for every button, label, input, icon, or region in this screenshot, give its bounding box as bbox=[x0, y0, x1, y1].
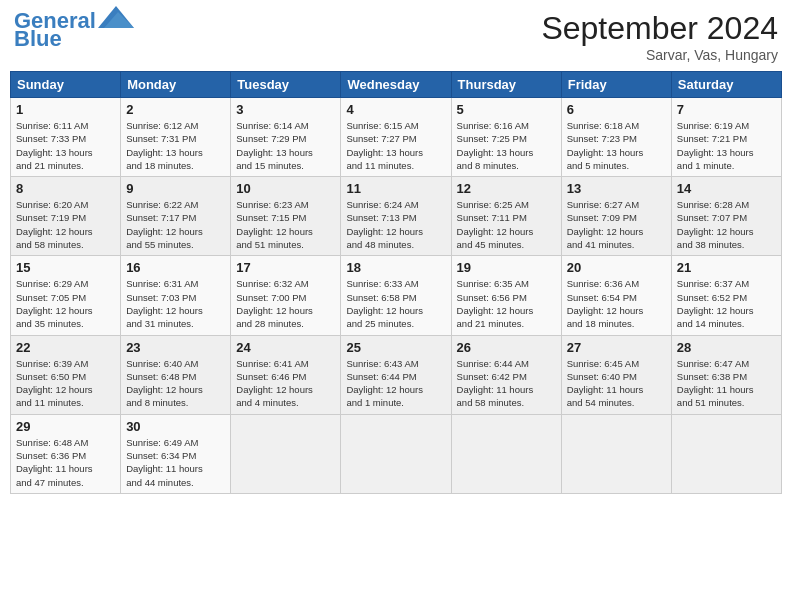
day-number: 6 bbox=[567, 102, 666, 117]
day-number: 28 bbox=[677, 340, 776, 355]
day-number: 25 bbox=[346, 340, 445, 355]
table-row: 13Sunrise: 6:27 AM Sunset: 7:09 PM Dayli… bbox=[561, 177, 671, 256]
day-number: 14 bbox=[677, 181, 776, 196]
location: Sarvar, Vas, Hungary bbox=[541, 47, 778, 63]
day-number: 1 bbox=[16, 102, 115, 117]
day-info: Sunrise: 6:44 AM Sunset: 6:42 PM Dayligh… bbox=[457, 357, 556, 410]
day-info: Sunrise: 6:14 AM Sunset: 7:29 PM Dayligh… bbox=[236, 119, 335, 172]
table-row: 9Sunrise: 6:22 AM Sunset: 7:17 PM Daylig… bbox=[121, 177, 231, 256]
day-number: 16 bbox=[126, 260, 225, 275]
table-row: 14Sunrise: 6:28 AM Sunset: 7:07 PM Dayli… bbox=[671, 177, 781, 256]
col-monday: Monday bbox=[121, 72, 231, 98]
day-number: 3 bbox=[236, 102, 335, 117]
table-row: 2Sunrise: 6:12 AM Sunset: 7:31 PM Daylig… bbox=[121, 98, 231, 177]
day-number: 18 bbox=[346, 260, 445, 275]
day-info: Sunrise: 6:37 AM Sunset: 6:52 PM Dayligh… bbox=[677, 277, 776, 330]
table-row: 3Sunrise: 6:14 AM Sunset: 7:29 PM Daylig… bbox=[231, 98, 341, 177]
table-row: 25Sunrise: 6:43 AM Sunset: 6:44 PM Dayli… bbox=[341, 335, 451, 414]
table-row: 15Sunrise: 6:29 AM Sunset: 7:05 PM Dayli… bbox=[11, 256, 121, 335]
day-info: Sunrise: 6:33 AM Sunset: 6:58 PM Dayligh… bbox=[346, 277, 445, 330]
calendar-week-row: 8Sunrise: 6:20 AM Sunset: 7:19 PM Daylig… bbox=[11, 177, 782, 256]
day-number: 26 bbox=[457, 340, 556, 355]
table-row: 30Sunrise: 6:49 AM Sunset: 6:34 PM Dayli… bbox=[121, 414, 231, 493]
day-number: 15 bbox=[16, 260, 115, 275]
day-info: Sunrise: 6:28 AM Sunset: 7:07 PM Dayligh… bbox=[677, 198, 776, 251]
table-row: 29Sunrise: 6:48 AM Sunset: 6:36 PM Dayli… bbox=[11, 414, 121, 493]
calendar-table: Sunday Monday Tuesday Wednesday Thursday… bbox=[10, 71, 782, 494]
days-of-week-row: Sunday Monday Tuesday Wednesday Thursday… bbox=[11, 72, 782, 98]
day-info: Sunrise: 6:47 AM Sunset: 6:38 PM Dayligh… bbox=[677, 357, 776, 410]
day-number: 2 bbox=[126, 102, 225, 117]
calendar-week-row: 22Sunrise: 6:39 AM Sunset: 6:50 PM Dayli… bbox=[11, 335, 782, 414]
col-friday: Friday bbox=[561, 72, 671, 98]
table-row: 26Sunrise: 6:44 AM Sunset: 6:42 PM Dayli… bbox=[451, 335, 561, 414]
table-row bbox=[341, 414, 451, 493]
day-info: Sunrise: 6:25 AM Sunset: 7:11 PM Dayligh… bbox=[457, 198, 556, 251]
day-info: Sunrise: 6:32 AM Sunset: 7:00 PM Dayligh… bbox=[236, 277, 335, 330]
day-info: Sunrise: 6:18 AM Sunset: 7:23 PM Dayligh… bbox=[567, 119, 666, 172]
table-row: 19Sunrise: 6:35 AM Sunset: 6:56 PM Dayli… bbox=[451, 256, 561, 335]
day-info: Sunrise: 6:24 AM Sunset: 7:13 PM Dayligh… bbox=[346, 198, 445, 251]
col-tuesday: Tuesday bbox=[231, 72, 341, 98]
day-number: 17 bbox=[236, 260, 335, 275]
table-row: 5Sunrise: 6:16 AM Sunset: 7:25 PM Daylig… bbox=[451, 98, 561, 177]
logo-blue-text: Blue bbox=[14, 28, 62, 50]
table-row: 27Sunrise: 6:45 AM Sunset: 6:40 PM Dayli… bbox=[561, 335, 671, 414]
day-number: 7 bbox=[677, 102, 776, 117]
day-number: 13 bbox=[567, 181, 666, 196]
table-row: 16Sunrise: 6:31 AM Sunset: 7:03 PM Dayli… bbox=[121, 256, 231, 335]
day-number: 20 bbox=[567, 260, 666, 275]
day-info: Sunrise: 6:20 AM Sunset: 7:19 PM Dayligh… bbox=[16, 198, 115, 251]
day-info: Sunrise: 6:29 AM Sunset: 7:05 PM Dayligh… bbox=[16, 277, 115, 330]
table-row bbox=[561, 414, 671, 493]
day-number: 12 bbox=[457, 181, 556, 196]
day-number: 21 bbox=[677, 260, 776, 275]
month-title: September 2024 bbox=[541, 10, 778, 47]
day-number: 29 bbox=[16, 419, 115, 434]
table-row bbox=[671, 414, 781, 493]
day-number: 19 bbox=[457, 260, 556, 275]
calendar-week-row: 15Sunrise: 6:29 AM Sunset: 7:05 PM Dayli… bbox=[11, 256, 782, 335]
day-info: Sunrise: 6:35 AM Sunset: 6:56 PM Dayligh… bbox=[457, 277, 556, 330]
table-row: 23Sunrise: 6:40 AM Sunset: 6:48 PM Dayli… bbox=[121, 335, 231, 414]
table-row: 10Sunrise: 6:23 AM Sunset: 7:15 PM Dayli… bbox=[231, 177, 341, 256]
logo-icon bbox=[98, 6, 134, 28]
day-info: Sunrise: 6:19 AM Sunset: 7:21 PM Dayligh… bbox=[677, 119, 776, 172]
day-number: 24 bbox=[236, 340, 335, 355]
day-number: 22 bbox=[16, 340, 115, 355]
day-info: Sunrise: 6:49 AM Sunset: 6:34 PM Dayligh… bbox=[126, 436, 225, 489]
table-row bbox=[451, 414, 561, 493]
title-block: September 2024 Sarvar, Vas, Hungary bbox=[541, 10, 778, 63]
day-info: Sunrise: 6:11 AM Sunset: 7:33 PM Dayligh… bbox=[16, 119, 115, 172]
day-number: 27 bbox=[567, 340, 666, 355]
day-info: Sunrise: 6:27 AM Sunset: 7:09 PM Dayligh… bbox=[567, 198, 666, 251]
day-info: Sunrise: 6:39 AM Sunset: 6:50 PM Dayligh… bbox=[16, 357, 115, 410]
col-thursday: Thursday bbox=[451, 72, 561, 98]
day-info: Sunrise: 6:16 AM Sunset: 7:25 PM Dayligh… bbox=[457, 119, 556, 172]
day-info: Sunrise: 6:12 AM Sunset: 7:31 PM Dayligh… bbox=[126, 119, 225, 172]
calendar-header: Sunday Monday Tuesday Wednesday Thursday… bbox=[11, 72, 782, 98]
table-row: 1Sunrise: 6:11 AM Sunset: 7:33 PM Daylig… bbox=[11, 98, 121, 177]
day-number: 23 bbox=[126, 340, 225, 355]
day-info: Sunrise: 6:40 AM Sunset: 6:48 PM Dayligh… bbox=[126, 357, 225, 410]
col-saturday: Saturday bbox=[671, 72, 781, 98]
table-row: 12Sunrise: 6:25 AM Sunset: 7:11 PM Dayli… bbox=[451, 177, 561, 256]
table-row: 28Sunrise: 6:47 AM Sunset: 6:38 PM Dayli… bbox=[671, 335, 781, 414]
calendar-week-row: 29Sunrise: 6:48 AM Sunset: 6:36 PM Dayli… bbox=[11, 414, 782, 493]
day-info: Sunrise: 6:41 AM Sunset: 6:46 PM Dayligh… bbox=[236, 357, 335, 410]
col-sunday: Sunday bbox=[11, 72, 121, 98]
day-number: 4 bbox=[346, 102, 445, 117]
table-row: 18Sunrise: 6:33 AM Sunset: 6:58 PM Dayli… bbox=[341, 256, 451, 335]
table-row: 11Sunrise: 6:24 AM Sunset: 7:13 PM Dayli… bbox=[341, 177, 451, 256]
day-number: 30 bbox=[126, 419, 225, 434]
logo: General Blue bbox=[14, 10, 134, 50]
day-info: Sunrise: 6:31 AM Sunset: 7:03 PM Dayligh… bbox=[126, 277, 225, 330]
day-info: Sunrise: 6:23 AM Sunset: 7:15 PM Dayligh… bbox=[236, 198, 335, 251]
page-header: General Blue September 2024 Sarvar, Vas,… bbox=[10, 10, 782, 63]
table-row: 21Sunrise: 6:37 AM Sunset: 6:52 PM Dayli… bbox=[671, 256, 781, 335]
table-row: 22Sunrise: 6:39 AM Sunset: 6:50 PM Dayli… bbox=[11, 335, 121, 414]
day-info: Sunrise: 6:36 AM Sunset: 6:54 PM Dayligh… bbox=[567, 277, 666, 330]
day-info: Sunrise: 6:43 AM Sunset: 6:44 PM Dayligh… bbox=[346, 357, 445, 410]
table-row: 17Sunrise: 6:32 AM Sunset: 7:00 PM Dayli… bbox=[231, 256, 341, 335]
day-info: Sunrise: 6:45 AM Sunset: 6:40 PM Dayligh… bbox=[567, 357, 666, 410]
